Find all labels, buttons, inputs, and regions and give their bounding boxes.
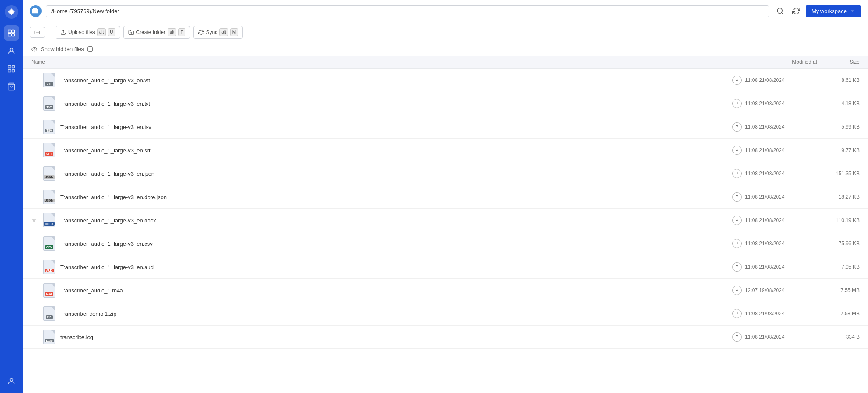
table-row[interactable]: VTT Transcriber_audio_1_large-v3_en.vtt … — [23, 69, 868, 92]
modified-date: 11:08 21/08/2024 — [745, 264, 784, 270]
star-icon[interactable] — [31, 124, 38, 130]
sidebar-bag-icon[interactable] — [4, 79, 19, 94]
modified-cell: P 11:08 21/08/2024 — [732, 262, 817, 272]
size-cell: 8.61 KB — [817, 77, 860, 83]
table-row[interactable]: SRT Transcriber_audio_1_large-v3_en.srt … — [23, 139, 868, 162]
svg-point-12 — [777, 8, 782, 13]
file-name-cell: AUD Transcriber_audio_1_large-v3_en.aud — [31, 259, 732, 275]
svg-point-17 — [34, 48, 35, 50]
user-badge: P — [732, 239, 742, 248]
svg-rect-2 — [8, 30, 11, 33]
size-cell: 75.96 KB — [817, 241, 860, 247]
create-shortcut-alt: alt — [168, 28, 176, 36]
eye-icon — [31, 46, 37, 52]
modified-date: 11:08 21/08/2024 — [745, 311, 784, 317]
logo-icon[interactable] — [4, 4, 19, 20]
file-name-cell: ZIP Transcriber demo 1.zip — [31, 306, 732, 321]
refresh-button[interactable] — [790, 4, 803, 18]
upload-shortcut-key: U — [108, 28, 115, 36]
user-badge: P — [732, 216, 742, 225]
svg-point-1 — [10, 10, 13, 14]
svg-point-11 — [10, 378, 13, 381]
user-badge: P — [732, 146, 742, 155]
show-hidden-files-checkbox[interactable] — [87, 46, 93, 52]
size-cell: 4.18 KB — [817, 101, 860, 107]
file-icon: TSV — [42, 119, 56, 135]
table-row[interactable]: M4A Transcriber_audio_1.m4a P 12:07 19/0… — [23, 279, 868, 302]
file-icon: AUD — [42, 259, 56, 275]
modified-cell: P 11:08 21/08/2024 — [732, 169, 817, 178]
file-name: Transcriber_audio_1_large-v3_en.aud — [60, 264, 154, 270]
file-name: Transcriber demo 1.zip — [60, 311, 116, 317]
modified-cell: P 11:08 21/08/2024 — [732, 76, 817, 85]
file-ext-badge: JSON — [44, 175, 54, 179]
file-name-cell: LOG transcribe.log — [31, 329, 732, 345]
user-badge: P — [732, 286, 742, 295]
size-cell: 334 B — [817, 334, 860, 340]
table-row[interactable]: ZIP Transcriber demo 1.zip P 11:08 21/08… — [23, 302, 868, 326]
table-row[interactable]: TSV Transcriber_audio_1_large-v3_en.tsv … — [23, 115, 868, 139]
sidebar-people-icon[interactable] — [4, 43, 19, 59]
star-icon[interactable] — [31, 147, 38, 154]
table-row[interactable]: JSON Transcriber_audio_1_large-v3_en.jso… — [23, 162, 868, 185]
sync-button[interactable]: Sync alt M — [193, 26, 243, 39]
file-icon: SRT — [42, 143, 56, 158]
size-cell: 7.58 MB — [817, 311, 860, 317]
file-ext-badge: ZIP — [46, 315, 53, 319]
upload-shortcut-alt: alt — [97, 28, 106, 36]
file-icon: VTT — [42, 73, 56, 88]
table-row[interactable]: TXT Transcriber_audio_1_large-v3_en.txt … — [23, 92, 868, 115]
star-icon[interactable] — [31, 310, 38, 317]
user-badge: P — [732, 76, 742, 85]
upload-files-button[interactable]: Upload files alt U — [56, 26, 120, 39]
create-folder-button[interactable]: Create folder alt F — [123, 26, 190, 39]
svg-rect-8 — [12, 66, 15, 68]
path-input[interactable] — [46, 5, 769, 17]
sidebar-apps-icon[interactable] — [4, 61, 19, 76]
modified-cell: P 11:08 21/08/2024 — [732, 216, 817, 225]
svg-point-6 — [10, 48, 13, 51]
star-icon[interactable] — [31, 100, 38, 107]
modified-date: 11:08 21/08/2024 — [745, 101, 784, 107]
keyboard-icon-btn[interactable] — [30, 27, 45, 38]
modified-cell: P 11:08 21/08/2024 — [732, 332, 817, 342]
modified-cell: P 11:08 21/08/2024 — [732, 99, 817, 108]
file-ext-badge: M4A — [45, 292, 54, 296]
file-icon: LOG — [42, 329, 56, 345]
star-icon[interactable]: ★ — [31, 217, 38, 224]
col-modified-header: Modified at — [732, 59, 817, 65]
star-icon[interactable] — [31, 170, 38, 177]
star-icon[interactable] — [31, 240, 38, 247]
sidebar-user-icon[interactable] — [4, 373, 19, 389]
search-button[interactable] — [773, 4, 787, 18]
create-shortcut-key: F — [178, 28, 185, 36]
file-name-cell: TSV Transcriber_audio_1_large-v3_en.tsv — [31, 119, 732, 135]
star-icon[interactable] — [31, 264, 38, 270]
modified-date: 11:08 21/08/2024 — [745, 241, 784, 247]
path-icon — [30, 5, 42, 17]
file-name: Transcriber_audio_1_large-v3_en.txt — [60, 101, 150, 107]
star-icon[interactable] — [31, 287, 38, 294]
modified-date: 11:08 21/08/2024 — [745, 194, 784, 200]
table-row[interactable]: ★ DOCX Transcriber_audio_1_large-v3_en.d… — [23, 209, 868, 232]
size-cell: 7.95 KB — [817, 264, 860, 270]
star-icon[interactable] — [31, 334, 38, 340]
file-ext-badge: SRT — [45, 152, 53, 156]
file-ext-badge: LOG — [45, 339, 53, 342]
svg-rect-4 — [8, 34, 11, 36]
sidebar-files-icon[interactable] — [4, 25, 19, 41]
file-ext-badge: TXT — [45, 105, 53, 109]
svg-rect-9 — [8, 70, 11, 72]
table-row[interactable]: AUD Transcriber_audio_1_large-v3_en.aud … — [23, 255, 868, 279]
table-row[interactable]: CSV Transcriber_audio_1_large-v3_en.csv … — [23, 232, 868, 255]
svg-rect-7 — [8, 66, 11, 68]
file-name: Transcriber_audio_1_large-v3_en.json — [60, 171, 154, 177]
table-row[interactable]: LOG transcribe.log P 11:08 21/08/2024 33… — [23, 326, 868, 349]
file-name: Transcriber_audio_1_large-v3_en.docx — [60, 217, 156, 224]
table-row[interactable]: JSON Transcriber_audio_1_large-v3_en.dot… — [23, 185, 868, 209]
star-icon[interactable] — [31, 77, 38, 84]
modified-date: 11:08 21/08/2024 — [745, 217, 784, 223]
star-icon[interactable] — [31, 194, 38, 200]
workspace-button[interactable]: My workspace — [806, 5, 861, 17]
file-table: Name Modified at Size VTT Transcriber_au… — [23, 56, 868, 393]
